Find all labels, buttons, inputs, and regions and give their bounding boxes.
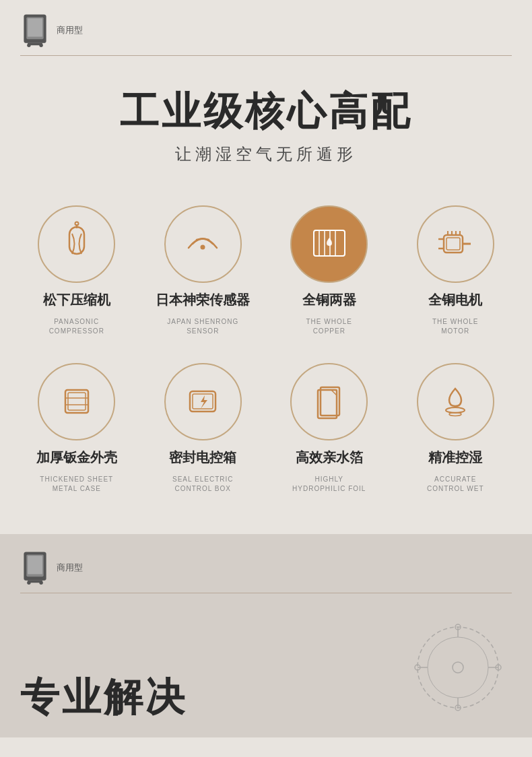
motor-cn: 全铜电机 <box>428 291 482 309</box>
copper-cn: 全铜两器 <box>302 291 356 309</box>
section2-title: 专业解决 <box>20 671 187 724</box>
svg-rect-2 <box>28 18 42 36</box>
circle-controlbox <box>164 363 242 440</box>
icon-item-wet: 精准控湿 ACCURATECONTROL WET <box>399 363 512 494</box>
foil-icon <box>306 378 353 425</box>
header-label-2: 商用型 <box>57 562 83 574</box>
foil-en: HIGHLYHYDROPHILIC FOIL <box>292 475 366 494</box>
sensor-icon <box>179 220 226 267</box>
icon-item-controlbox: 密封电控箱 SEAL ELECTRICCONTROL BOX <box>147 363 260 494</box>
svg-point-40 <box>418 627 498 708</box>
header-label-1: 商用型 <box>57 24 83 36</box>
svg-rect-5 <box>28 43 42 46</box>
motor-icon <box>432 220 479 267</box>
circle-foil <box>290 363 368 440</box>
copper-en: THE WHOLECOPPER <box>306 317 352 336</box>
circle-compressor <box>38 205 115 283</box>
circle-shell <box>38 363 115 440</box>
shell-icon <box>53 378 100 425</box>
sensor-cn: 日本神荣传感器 <box>156 291 250 309</box>
svg-point-8 <box>75 222 78 226</box>
device-icon-1 <box>20 13 50 47</box>
wet-en: ACCURATECONTROL WET <box>427 475 484 494</box>
diagram-circle <box>404 614 512 721</box>
copper-icon <box>306 220 353 267</box>
sub-title: 让潮湿空气无所遁形 <box>20 143 512 165</box>
divider-2 <box>20 593 512 593</box>
circle-motor <box>417 205 494 283</box>
controlbox-en: SEAL ELECTRICCONTROL BOX <box>172 475 233 494</box>
motor-en: THE WHOLEMOTOR <box>432 317 478 336</box>
svg-point-42 <box>453 662 463 673</box>
main-title: 工业级核心高配 <box>20 90 512 133</box>
icon-item-motor: 全铜电机 THE WHOLEMOTOR <box>399 205 512 336</box>
svg-rect-39 <box>28 580 42 583</box>
wet-cn: 精准控湿 <box>428 449 482 467</box>
sensor-en: JAPAN SHENRONGSENSOR <box>167 317 238 336</box>
icon-item-compressor: 松下压缩机 PANASONICCOMPRESSOR <box>20 205 133 336</box>
device-icon-2 <box>20 551 50 585</box>
icon-item-foil: 高效亲水箔 HIGHLYHYDROPHILIC FOIL <box>273 363 386 494</box>
circle-wet <box>417 363 494 440</box>
icon-item-sensor: 日本神荣传感器 JAPAN SHENRONGSENSOR <box>147 205 260 336</box>
foil-cn: 高效亲水箔 <box>296 449 363 467</box>
controlbox-cn: 密封电控箱 <box>169 449 236 467</box>
svg-rect-25 <box>68 393 86 410</box>
section1: 商用型 工业级核心高配 让潮湿空气无所遁形 松下压缩机 PANASONICCOM… <box>0 0 532 534</box>
header-bar-1: 商用型 <box>20 13 512 47</box>
section2-bottom: 专业解决 <box>20 614 512 724</box>
section2-diagram <box>404 614 512 724</box>
svg-point-9 <box>201 245 205 250</box>
compressor-cn: 松下压缩机 <box>43 291 110 309</box>
controlbox-icon <box>179 378 226 425</box>
svg-point-33 <box>449 413 461 416</box>
icons-grid: 松下压缩机 PANASONICCOMPRESSOR 日本神荣传感器 JAPAN … <box>20 205 512 494</box>
shell-cn: 加厚钣金外壳 <box>36 449 117 467</box>
circle-sensor <box>164 205 242 283</box>
icon-item-shell: 加厚钣金外壳 THICKENED SHEETMETAL CASE <box>20 363 133 494</box>
svg-rect-16 <box>446 238 460 250</box>
header-bar-2: 商用型 <box>20 551 512 585</box>
compressor-en: PANASONICCOMPRESSOR <box>49 317 104 336</box>
wet-icon <box>432 378 479 425</box>
circle-copper <box>290 205 368 283</box>
icon-item-copper: 全铜两器 THE WHOLECOPPER <box>273 205 386 336</box>
divider-1 <box>20 55 512 56</box>
compressor-icon <box>53 220 100 267</box>
svg-point-41 <box>428 637 488 698</box>
section2: 商用型 专业解决 <box>0 534 532 737</box>
svg-rect-6 <box>69 227 84 254</box>
shell-en: THICKENED SHEETMETAL CASE <box>40 475 113 494</box>
svg-rect-36 <box>28 556 42 574</box>
